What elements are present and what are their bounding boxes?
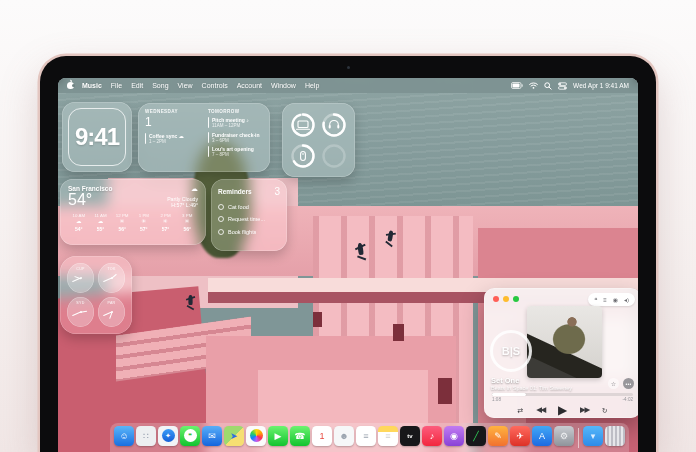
search-icon[interactable] xyxy=(544,82,552,90)
weather-widget[interactable]: San Francisco ☁ 54° Partly Cloudy H:57° … xyxy=(60,179,206,245)
calendar-widget[interactable]: WEDNESDAY 1 Coffee sync ☁1 – 2PM TOMORRO… xyxy=(138,103,270,172)
screen: MusicFileEditSongViewControlsAccountWind… xyxy=(58,78,638,452)
calendar-event[interactable]: Fundraiser check-in3 – 6PM xyxy=(208,132,263,143)
more-button[interactable]: ••• xyxy=(623,378,634,389)
dock-icon-launchpad[interactable]: ∷ xyxy=(136,426,156,446)
minimize-button[interactable] xyxy=(503,296,509,302)
event-time: 11AM – 12PM xyxy=(212,123,263,128)
world-clock-city: PAR xyxy=(98,301,125,305)
clock-time: 9:41 xyxy=(75,123,119,151)
dock-icon-messages[interactable]: ❝ xyxy=(180,426,200,446)
world-clock-city: TOK xyxy=(98,267,125,271)
sunny-icon: ☀ xyxy=(176,218,198,226)
messages-disc: ❝ xyxy=(184,429,197,442)
contacts-glyph: ☻ xyxy=(339,431,348,441)
menu-item-edit[interactable]: Edit xyxy=(131,82,143,89)
shuffle-icon[interactable]: ⇄ xyxy=(517,407,523,414)
dock-icon-facetime[interactable]: ▶ xyxy=(268,426,288,446)
world-clock-grid: CUPTOKSYDPAR xyxy=(67,263,125,327)
dock-icon-tv[interactable]: tv xyxy=(400,426,420,446)
dock-icon-downloads-folder[interactable]: ▾ xyxy=(583,426,603,446)
battery-ring-laptop[interactable] xyxy=(290,111,317,138)
previous-icon[interactable]: ◀◀ xyxy=(536,406,545,414)
menu-item-controls[interactable]: Controls xyxy=(202,82,228,89)
dock-icon-podcasts[interactable]: ◉ xyxy=(444,426,464,446)
favorite-button[interactable]: ☆ xyxy=(608,378,619,389)
dock-icon-photos[interactable] xyxy=(246,426,266,446)
apple-menu-icon[interactable] xyxy=(67,82,74,89)
dock-icon-app-store[interactable]: A xyxy=(532,426,552,446)
sunny-icon: ☀ xyxy=(155,218,177,226)
world-clock-widget[interactable]: CUPTOKSYDPAR xyxy=(60,256,132,334)
world-clock-syd: SYD xyxy=(67,297,94,327)
calendar-tomorrow-label: TOMORROW xyxy=(208,109,263,114)
calendar-event[interactable]: Coffee sync ☁1 – 2PM xyxy=(145,133,200,144)
battery-icon[interactable] xyxy=(511,82,523,89)
reminder-checkbox[interactable] xyxy=(218,216,224,222)
battery-ring-mouse[interactable] xyxy=(290,142,317,169)
dock-icon-notes[interactable]: ≡ xyxy=(378,426,398,446)
hour-temp: 56° xyxy=(111,226,133,232)
menu-item-window[interactable]: Window xyxy=(271,82,296,89)
reminder-item[interactable]: Request time... xyxy=(218,216,280,222)
wallpaper-doorway xyxy=(313,312,322,327)
dock-icon-stocks[interactable]: ╱ xyxy=(466,426,486,446)
reminder-checkbox[interactable] xyxy=(218,229,224,235)
control-center-icon[interactable] xyxy=(558,82,567,90)
progress-bar[interactable] xyxy=(492,393,633,396)
dock-icon-maps[interactable]: ➤ xyxy=(224,426,244,446)
close-button[interactable] xyxy=(493,296,499,302)
phone-glyph: ☎ xyxy=(294,431,305,441)
person-silhouette xyxy=(188,295,192,305)
dock-icon-pages[interactable]: ✎ xyxy=(488,426,508,446)
menu-item-help[interactable]: Help xyxy=(305,82,319,89)
repeat-icon[interactable]: ↻ xyxy=(602,407,608,414)
zoom-button[interactable] xyxy=(513,296,519,302)
dock-icon-finder[interactable]: ☺ xyxy=(114,426,134,446)
menu-item-song[interactable]: Song xyxy=(152,82,168,89)
photos-disc xyxy=(250,429,263,442)
play-icon[interactable]: ▶ xyxy=(558,404,567,416)
dock-icon-calendar[interactable]: 1 xyxy=(312,426,332,446)
dock-icon-rocket-app[interactable]: ✈ xyxy=(510,426,530,446)
dock-icon-reminders[interactable]: ≡ xyxy=(356,426,376,446)
batteries-widget[interactable] xyxy=(282,103,355,177)
wifi-icon[interactable] xyxy=(529,82,538,89)
reminders-header: Reminders 3 xyxy=(218,186,280,197)
menu-item-account[interactable]: Account xyxy=(237,82,262,89)
reminder-item[interactable]: Cat food xyxy=(218,204,280,210)
lyrics-icon[interactable]: ❝ xyxy=(594,297,597,303)
calendar-event[interactable]: Lou's art opening7 – 8PM xyxy=(208,146,263,157)
menu-item-view[interactable]: View xyxy=(178,82,193,89)
song-subtitle: Beats In Space 01: Tim Sweeney xyxy=(491,385,572,391)
airplay-icon[interactable]: ◉ xyxy=(613,297,618,303)
next-icon[interactable]: ▶▶ xyxy=(580,406,589,414)
partly-icon: ☁ xyxy=(90,218,112,226)
queue-icon[interactable]: ≡ xyxy=(603,297,607,303)
menu-item-music[interactable]: Music xyxy=(82,82,102,89)
volume-icon[interactable]: ◂) xyxy=(624,297,629,303)
dock-icon-music[interactable]: ♪ xyxy=(422,426,442,446)
calendar-event[interactable]: Pitch meeting ♪11AM – 12PM xyxy=(208,117,263,128)
dock-icon-system-settings[interactable]: ⚙ xyxy=(554,426,574,446)
clock-center-dot xyxy=(80,277,82,279)
dock-icon-contacts[interactable]: ☻ xyxy=(334,426,354,446)
wallpaper-doorway xyxy=(438,378,452,404)
menu-item-file[interactable]: File xyxy=(111,82,122,89)
dock-icon-phone[interactable]: ☎ xyxy=(290,426,310,446)
battery-ring-empty[interactable] xyxy=(321,142,348,169)
dock-icon-trash[interactable] xyxy=(605,426,625,446)
menu-clock[interactable]: Wed Apr 1 9:41 AM xyxy=(573,82,629,89)
dock-icon-mail[interactable]: ✉ xyxy=(202,426,222,446)
reminders-widget[interactable]: Reminders 3 Cat foodRequest time...Book … xyxy=(211,179,287,251)
mail-glyph: ✉ xyxy=(208,431,216,441)
dock-icon-safari[interactable]: ✦ xyxy=(158,426,178,446)
clock-widget[interactable]: 9:41 xyxy=(62,102,132,172)
sunny-icon: ☀ xyxy=(111,218,133,226)
reminder-item[interactable]: Book flights xyxy=(218,229,280,235)
weather-hour: 3 PM☀56° xyxy=(176,213,198,232)
reminder-checkbox[interactable] xyxy=(218,204,224,210)
song-title: Set One xyxy=(491,376,519,385)
weather-hour: 12 PM☀56° xyxy=(111,213,133,232)
battery-ring-headphones[interactable] xyxy=(321,111,348,138)
